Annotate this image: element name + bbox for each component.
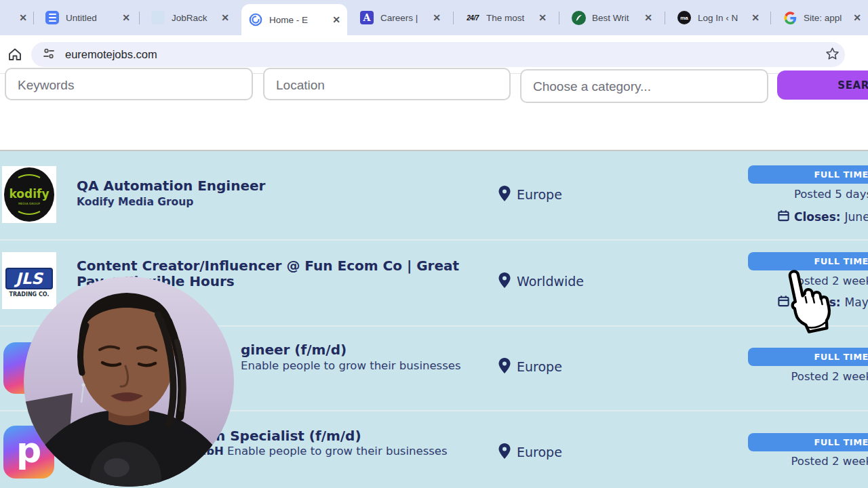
tab-label: JobRack <box>172 13 215 23</box>
job-title[interactable]: n Specialist (f/m/d) <box>216 428 361 444</box>
job-title[interactable]: Content Creator/Influencer @ Fun Ecom Co… <box>77 258 459 274</box>
job-type-badge: FULL TIME <box>748 165 868 184</box>
careers-a-icon: A <box>359 10 374 25</box>
location-pin-icon <box>498 358 511 377</box>
closes-label: Closes: <box>794 210 841 224</box>
job-posted: Posted 5 days <box>746 188 868 201</box>
tab-divider <box>33 12 34 24</box>
address-bar[interactable]: euremotejobs.com <box>31 42 845 67</box>
location-field-wrap <box>263 68 511 100</box>
close-icon[interactable]: ✕ <box>122 12 130 23</box>
job-location: Europe <box>517 359 562 374</box>
keywords-field-wrap <box>5 68 253 100</box>
category-select[interactable]: Choose a category... <box>520 69 768 103</box>
ma-icon: ma <box>677 10 692 25</box>
location-pin-icon <box>498 443 511 462</box>
keywords-input[interactable] <box>18 78 229 93</box>
closes-value: June <box>845 210 868 224</box>
close-icon[interactable]: ✕ <box>221 12 229 23</box>
job-closes: Closes: June <box>777 209 868 225</box>
job-company: Kodify Media Group <box>77 196 193 208</box>
close-icon[interactable]: ✕ <box>751 12 760 23</box>
tab-label: Log In ‹ N <box>698 13 745 23</box>
subtitle-text: Enable people to grow their businesses <box>227 445 448 458</box>
tab-label: Untitled <box>66 13 116 23</box>
job-location: Worldwide <box>517 274 584 289</box>
kodify-logo-text: kodify <box>9 187 49 201</box>
google-icon <box>783 10 797 25</box>
home-icon[interactable] <box>7 46 23 65</box>
tab-divider <box>665 12 665 24</box>
tab-label: Best Writ <box>592 13 638 23</box>
tab-log-in[interactable]: ma Log In ‹ N ✕ <box>670 0 766 35</box>
close-icon[interactable]: ✕ <box>644 12 652 23</box>
job-subtitle: Enable people to grow their businesses <box>241 359 461 372</box>
category-placeholder: Choose a category... <box>533 79 651 94</box>
247-icon: 24/7 <box>465 10 480 25</box>
webcam-overlay <box>24 277 234 488</box>
tab-the-most[interactable]: 24/7 The most ✕ <box>458 0 553 35</box>
tab-divider <box>770 12 771 24</box>
tab-home-active[interactable]: Home - E ✕ <box>241 4 347 35</box>
job-location: Europe <box>517 445 562 460</box>
close-icon[interactable]: ✕ <box>538 12 547 23</box>
docs-icon <box>45 10 60 25</box>
close-icon[interactable]: ✕ <box>433 12 441 23</box>
search-button[interactable]: SEARCH <box>777 70 868 100</box>
bookmark-star-icon[interactable] <box>825 46 840 64</box>
row-divider <box>0 239 868 241</box>
tab-label: Site: appl <box>804 13 847 23</box>
browser-window: ✕ Untitled ✕ JobRack ✕ Home - E ✕ A <box>0 0 868 488</box>
close-icon[interactable]: ✕ <box>19 12 27 23</box>
tab-careers[interactable]: A Careers | ✕ <box>353 0 448 35</box>
euremotejobs-icon <box>248 12 263 27</box>
tab-divider <box>139 12 140 24</box>
quill-icon <box>571 10 586 25</box>
tab-label: Careers | <box>380 13 427 23</box>
job-title[interactable]: QA Automation Engineer <box>77 178 265 194</box>
tab-partial[interactable]: ✕ <box>4 0 34 35</box>
tab-untitled[interactable]: Untitled ✕ <box>38 0 137 35</box>
job-posted: Posted 2 week <box>746 370 868 383</box>
url-text[interactable]: euremotejobs.com <box>65 48 157 61</box>
tab-strip: ✕ Untitled ✕ JobRack ✕ Home - E ✕ A <box>0 0 868 35</box>
tune-icon[interactable] <box>42 47 56 63</box>
close-icon[interactable]: ✕ <box>853 12 861 23</box>
job-location: Europe <box>517 187 562 202</box>
calendar-icon <box>777 209 790 225</box>
tab-best-writ[interactable]: Best Writ ✕ <box>564 0 659 35</box>
job-type-badge: FULL TIME <box>748 348 868 366</box>
location-input[interactable] <box>276 78 486 93</box>
closes-value: May 1 <box>845 296 868 309</box>
job-title[interactable]: gineer (f/m/d) <box>241 342 347 358</box>
jobrack-icon <box>151 10 165 25</box>
company-logo-kodify[interactable]: kodify MEDIA GROUP <box>2 166 56 223</box>
tab-label: Home - E <box>269 15 326 25</box>
tab-divider <box>559 12 559 24</box>
kodify-logo-sub: MEDIA GROUP <box>18 202 40 205</box>
location-pin-icon <box>498 272 511 291</box>
job-posted: Posted 2 week <box>746 455 868 468</box>
tab-jobrack[interactable]: JobRack ✕ <box>144 0 236 35</box>
location-pin-icon <box>498 186 511 205</box>
close-icon[interactable]: ✕ <box>332 14 340 25</box>
job-type-badge: FULL TIME <box>748 433 868 451</box>
tab-site[interactable]: Site: appl ✕ <box>776 0 868 35</box>
tab-label: The most <box>486 13 532 23</box>
tab-divider <box>453 12 454 24</box>
